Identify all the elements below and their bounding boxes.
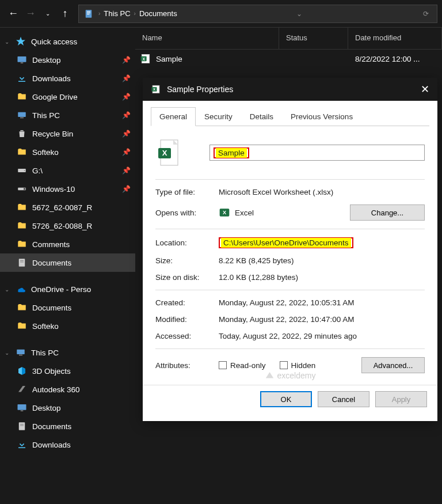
sidebar-item-label: Documents — [32, 422, 71, 431]
tab-general[interactable]: General — [151, 107, 196, 126]
folder-icon — [16, 320, 28, 332]
pin-icon: 📌 — [122, 93, 131, 101]
sidebar-item-pc-downloads[interactable]: Downloads — [0, 435, 135, 454]
svg-rect-13 — [19, 259, 25, 267]
sidebar-item-label: 5726_62-0088_R — [32, 222, 92, 230]
apply-button[interactable]: Apply — [375, 391, 427, 407]
type-value: Microsoft Excel Worksheet (.xlsx) — [219, 188, 425, 196]
file-row[interactable]: X Sample 8/22/2022 12:00 ... — [135, 50, 442, 68]
sidebar-item-desktop[interactable]: Desktop 📌 — [0, 51, 135, 69]
folder-icon — [16, 238, 28, 250]
chevron-right-icon: › — [133, 10, 137, 17]
document-icon — [83, 9, 94, 19]
svg-text:X: X — [223, 210, 227, 215]
sidebar-item-label: Downloads — [32, 441, 71, 449]
sidebar-item-od-documents[interactable]: Documents — [0, 298, 135, 317]
svg-rect-23 — [18, 448, 25, 449]
column-status[interactable]: Status — [279, 28, 348, 49]
type-label: Type of file: — [155, 188, 219, 196]
desktop-icon — [16, 54, 28, 66]
sidebar-item-label: Comments — [32, 240, 70, 249]
forward-button[interactable]: → — [22, 5, 39, 22]
svg-rect-4 — [18, 56, 26, 62]
sidebar-item-pc-desktop[interactable]: Desktop — [0, 399, 135, 417]
sidebar-item-comments[interactable]: Comments — [0, 235, 135, 253]
accessed-label: Accessed: — [155, 332, 219, 340]
chevron-down-icon[interactable]: ⌄ — [5, 286, 13, 293]
opens-with-value: Excel — [235, 209, 254, 217]
pin-icon: 📌 — [122, 148, 131, 156]
sidebar-item-documents[interactable]: Documents — [0, 253, 135, 272]
documents-icon — [16, 420, 28, 432]
size-on-disk-value: 12.0 KB (12,288 bytes) — [219, 273, 425, 282]
sidebar-item-label: Recycle Bin — [32, 130, 73, 138]
sidebar-item-windows10[interactable]: Windows-10 📌 — [0, 180, 135, 198]
cancel-button[interactable]: Cancel — [318, 391, 369, 407]
refresh-button[interactable]: ⟳ — [420, 10, 432, 18]
chevron-right-icon: › — [97, 10, 101, 17]
up-button[interactable]: ↑ — [56, 5, 74, 22]
this-pc[interactable]: ⌄ This PC — [0, 343, 135, 362]
usb-icon — [16, 183, 28, 195]
readonly-checkbox[interactable]: Read-only — [219, 361, 266, 370]
dialog-title: Sample Properties — [167, 85, 233, 94]
advanced-button[interactable]: Advanced... — [361, 357, 425, 373]
sidebar-item-downloads[interactable]: Downloads 📌 — [0, 69, 135, 88]
sidebar-item-label: Documents — [32, 259, 71, 267]
onedrive-icon — [15, 283, 26, 295]
filename-input[interactable]: Sample — [209, 145, 425, 161]
svg-rect-14 — [20, 260, 24, 261]
sidebar-item-softeko[interactable]: Softeko 📌 — [0, 143, 135, 161]
address-dropdown[interactable]: ⌄ — [293, 10, 306, 18]
hidden-label: Hidden — [291, 361, 316, 370]
sidebar-item-label: Softeko — [32, 148, 59, 157]
sidebar-item-label: Windows-10 — [32, 185, 75, 194]
navigation-tree[interactable]: ⌄ Quick access Desktop 📌 Downloads 📌 Goo… — [0, 28, 135, 504]
sidebar-item-pc-documents[interactable]: Documents — [0, 417, 135, 435]
dialog-titlebar[interactable]: X Sample Properties ✕ — [143, 78, 437, 101]
svg-rect-21 — [20, 424, 24, 425]
sidebar-item-3d-objects[interactable]: 3D Objects — [0, 362, 135, 380]
tab-security[interactable]: Security — [196, 107, 241, 126]
sidebar-item-google-drive[interactable]: Google Drive 📌 — [0, 88, 135, 106]
svg-rect-12 — [24, 188, 25, 190]
address-bar[interactable]: › This PC › Documents ⌄ ⟳ — [78, 5, 437, 23]
downloads-icon — [16, 439, 28, 450]
cube-icon — [16, 365, 28, 377]
column-modified[interactable]: Date modified — [348, 28, 442, 49]
sidebar-item-this-pc[interactable]: This PC 📌 — [0, 106, 135, 124]
chevron-down-icon[interactable]: ⌄ — [5, 39, 13, 45]
filename-highlight: Sample — [216, 148, 247, 158]
pin-icon: 📌 — [122, 56, 131, 64]
sidebar-item-autodesk[interactable]: Autodesk 360 — [0, 380, 135, 399]
svg-rect-7 — [18, 112, 26, 117]
tab-details[interactable]: Details — [241, 107, 282, 126]
sidebar-item-label: 5672_62-0087_R — [32, 203, 92, 212]
close-button[interactable]: ✕ — [421, 83, 429, 96]
change-button[interactable]: Change... — [350, 204, 425, 221]
quick-access[interactable]: ⌄ Quick access — [0, 32, 135, 51]
sidebar-item-folder[interactable]: 5726_62-0088_R — [0, 217, 135, 235]
excel-app-icon: X — [219, 207, 230, 218]
history-dropdown[interactable]: ⌄ — [39, 5, 56, 22]
accessed-value: Today, August 22, 2022, 29 minutes ago — [219, 332, 425, 340]
onedrive[interactable]: ⌄ OneDrive - Perso — [0, 280, 135, 298]
chevron-down-icon[interactable]: ⌄ — [5, 350, 13, 356]
sidebar-item-folder[interactable]: 5672_62-0087_R — [0, 198, 135, 217]
hidden-checkbox[interactable]: Hidden — [280, 361, 316, 370]
sidebar-item-label: Google Drive — [32, 93, 78, 101]
pin-icon: 📌 — [122, 185, 131, 193]
sidebar-item-drive-g[interactable]: G:\ 📌 — [0, 161, 135, 180]
breadcrumb-segment[interactable]: This PC — [101, 9, 132, 18]
svg-text:X: X — [153, 88, 155, 91]
sidebar-item-recycle-bin[interactable]: Recycle Bin 📌 — [0, 124, 135, 143]
back-button[interactable]: ← — [5, 5, 22, 22]
column-name[interactable]: Name — [135, 28, 279, 49]
sidebar-item-od-softeko[interactable]: Softeko — [0, 317, 135, 335]
ok-button[interactable]: OK — [260, 391, 312, 407]
checkbox-icon — [219, 361, 227, 369]
sidebar-item-label: Softeko — [32, 322, 59, 331]
folder-icon — [16, 146, 28, 158]
breadcrumb-segment[interactable]: Documents — [137, 9, 180, 18]
tab-previous-versions[interactable]: Previous Versions — [282, 107, 361, 126]
